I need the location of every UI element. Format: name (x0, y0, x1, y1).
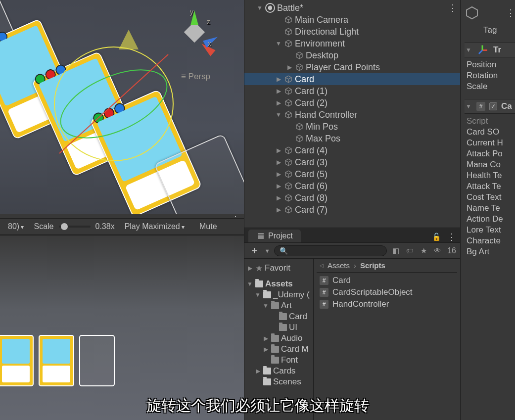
foldout-arrow-icon[interactable]: ▼ (275, 40, 282, 47)
project-tab[interactable]: Project (248, 230, 301, 242)
foldout-arrow-icon[interactable]: ▼ (256, 4, 263, 11)
game-view[interactable] (0, 235, 244, 420)
foldout-arrow-icon[interactable]: ▶ (275, 171, 282, 178)
script-icon: # (476, 102, 485, 111)
inspector-field-label: Lore Text (465, 225, 501, 235)
foldout-arrow-icon[interactable]: ▶ (262, 335, 269, 342)
scale-slider[interactable] (59, 226, 91, 228)
search-by-type-icon[interactable]: ◧ (391, 246, 401, 256)
tag-label: Tag (481, 25, 497, 35)
project-search-input[interactable]: 🔍 (274, 245, 387, 256)
project-menu-icon[interactable]: ⋮ (447, 232, 456, 242)
hierarchy-item[interactable]: ▶Card (2) (244, 97, 460, 109)
hierarchy-item[interactable]: ▶Player Card Points (244, 61, 460, 73)
search-by-label-icon[interactable]: 🏷 (405, 246, 415, 256)
project-icon (256, 232, 265, 240)
add-button[interactable]: + (248, 244, 261, 257)
foldout-arrow-icon[interactable]: ▶ (275, 88, 282, 94)
folder-row[interactable]: ▶Scenes (244, 376, 313, 387)
play-focus-dropdown[interactable]: Play Maximized (120, 221, 189, 232)
foldout-arrow-icon[interactable]: ▶ (275, 99, 282, 106)
folder-label: _Udemy ( (273, 290, 310, 300)
foldout-arrow-icon[interactable]: ▼ (262, 302, 269, 309)
foldout-arrow-icon[interactable]: ▶ (262, 346, 269, 353)
foldout-arrow-icon[interactable]: ▶ (275, 206, 282, 213)
save-search-icon[interactable]: ★ (419, 246, 428, 256)
hierarchy-menu-icon[interactable]: ⋮ (448, 2, 457, 13)
inspector-field-label: Health Te (465, 171, 502, 181)
folder-icon (279, 313, 287, 320)
hierarchy-item[interactable]: ▶Main Camera (244, 14, 460, 26)
hierarchy-item[interactable]: ▶Card (4) (244, 144, 460, 156)
scale-label: Scale (34, 222, 53, 231)
breadcrumb: ◁ Assets › Scripts (317, 259, 457, 273)
folder-row[interactable]: ▶Card (244, 311, 313, 322)
folder-row[interactable]: ▶UI (244, 322, 313, 333)
hierarchy-item[interactable]: ▼Hand Controller (244, 109, 460, 121)
foldout-arrow-icon[interactable]: ▶ (275, 183, 282, 189)
foldout-arrow-icon[interactable]: ▶ (275, 159, 282, 166)
foldout-arrow-icon[interactable]: ▶ (286, 64, 293, 71)
foldout-arrow-icon[interactable]: ▼ (466, 103, 472, 110)
foldout-arrow-icon[interactable]: ▶ (275, 76, 282, 83)
folder-icon (271, 335, 279, 342)
folder-row[interactable]: ▶Card M (244, 344, 313, 355)
asset-item[interactable]: #HandController (317, 298, 457, 310)
aspect-dropdown[interactable]: 80) (3, 221, 29, 232)
hierarchy-item[interactable]: ▶Card (5) (244, 168, 460, 180)
hierarchy-item[interactable]: ▶Max Pos (244, 133, 460, 144)
asset-item[interactable]: #Card (317, 275, 457, 286)
component-enabled-checkbox[interactable]: ✓ (489, 102, 497, 110)
projection-toggle[interactable]: ≡ Persp (181, 72, 210, 82)
asset-item[interactable]: #CardScriptableObject (317, 286, 457, 298)
hierarchy-item[interactable]: ▼Environment (244, 38, 460, 49)
transform-header[interactable]: ▼ Tr (465, 43, 515, 57)
hierarchy-item[interactable]: ▶Card (6) (244, 180, 460, 192)
hierarchy-item-label: Player Card Points (306, 62, 380, 73)
foldout-arrow-icon[interactable]: ▶ (275, 147, 282, 154)
inspector-field-label: Mana Co (465, 160, 501, 170)
scene-row[interactable]: ▼ Battle* ⋮ (244, 2, 460, 14)
hierarchy-item[interactable]: ▶Desktop (244, 49, 460, 61)
hierarchy-item[interactable]: ▶Card (1) (244, 85, 460, 97)
game-toolbar: 80) Scale 0.38x Play Maximized Mute (0, 218, 244, 235)
folder-row[interactable]: ▶Audio (244, 333, 313, 344)
mute-button[interactable]: Mute (194, 221, 222, 232)
hierarchy-item[interactable]: ▶Card (244, 73, 460, 85)
folder-row[interactable]: ▼_Udemy ( (244, 289, 313, 300)
gameobject-icon (284, 98, 293, 107)
back-icon[interactable]: ◁ (320, 263, 324, 268)
folder-row[interactable]: ▶Cards (244, 366, 313, 376)
favorites-row[interactable]: ▶ ★ Favorit (244, 263, 313, 274)
lock-icon[interactable]: 🔓 (432, 233, 441, 241)
breadcrumb-current[interactable]: Scripts (360, 261, 385, 270)
inspector-field-label: Action De (465, 214, 503, 224)
folder-row[interactable]: ▶Font (244, 355, 313, 366)
breadcrumb-root[interactable]: Assets (328, 261, 350, 270)
orientation-gizmo[interactable]: y x z (172, 10, 217, 54)
gameobject-icon (284, 205, 293, 214)
foldout-arrow-icon[interactable]: ▶ (275, 194, 282, 201)
folder-row[interactable]: ▼Assets (244, 279, 313, 289)
foldout-arrow-icon[interactable]: ▶ (254, 368, 261, 374)
gameobject-icon (465, 5, 479, 20)
foldout-arrow-icon[interactable]: ▶ (246, 265, 253, 272)
foldout-arrow-icon[interactable]: ▼ (246, 280, 253, 287)
foldout-arrow-icon[interactable]: ▼ (466, 47, 472, 53)
script-component-header[interactable]: ▼ # ✓ Ca (465, 99, 515, 114)
hierarchy-item[interactable]: ▶Min Pos (244, 121, 460, 133)
inspector-field-label: Current H (465, 138, 503, 148)
hierarchy-item[interactable]: ▶Card (8) (244, 192, 460, 204)
hierarchy-item[interactable]: ▶Card (7) (244, 204, 460, 216)
hidden-icon[interactable]: 👁 (432, 246, 442, 256)
folder-row[interactable]: ▼Art (244, 300, 313, 311)
scene-view[interactable]: y x z ≡ Persp (0, 0, 244, 214)
foldout-arrow-icon[interactable]: ▼ (275, 111, 282, 118)
hierarchy-item[interactable]: ▶Directional Light (244, 26, 460, 38)
inspector-menu-icon[interactable]: ⋮ (506, 7, 515, 18)
folder-label: Art (281, 301, 292, 311)
foldout-arrow-icon[interactable]: ▼ (254, 291, 261, 298)
hierarchy-item[interactable]: ▶Card (3) (244, 156, 460, 168)
axis-label-y: y (190, 8, 193, 16)
asset-label: HandController (332, 299, 389, 309)
